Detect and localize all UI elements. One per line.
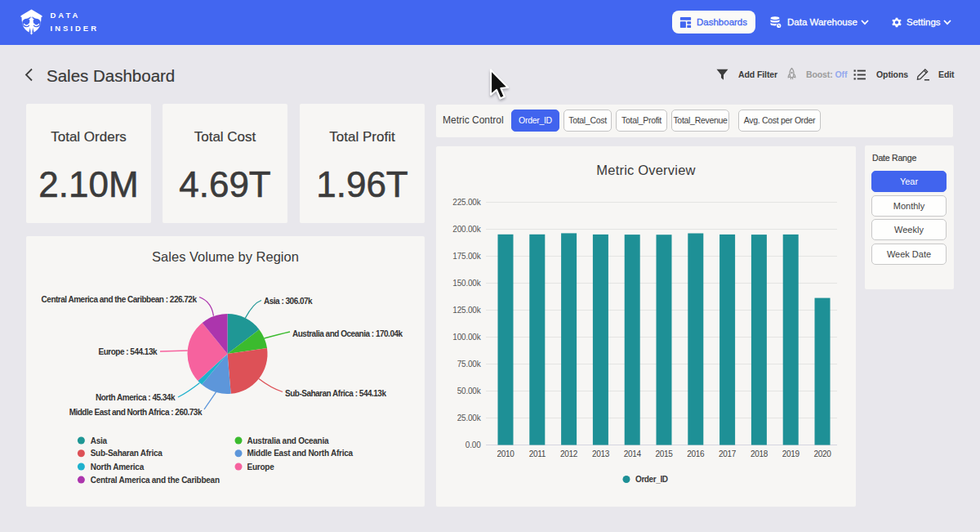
svg-text:Europe : 544.13k: Europe : 544.13k xyxy=(99,347,158,356)
svg-text:Sub-Saharan Africa: Sub-Saharan Africa xyxy=(91,449,163,458)
svg-text:Sales Volume by Region: Sales Volume by Region xyxy=(152,249,299,264)
svg-text:125.00k: 125.00k xyxy=(452,306,481,315)
svg-text:North America : 45.34k: North America : 45.34k xyxy=(96,393,176,402)
svg-text:200.00k: 200.00k xyxy=(452,225,481,234)
svg-text:Order_ID: Order_ID xyxy=(635,475,668,484)
svg-text:2014: 2014 xyxy=(624,449,642,458)
svg-text:North America: North America xyxy=(91,463,145,472)
svg-text:Middle East and North Africa: Middle East and North Africa xyxy=(247,449,354,458)
svg-text:2013: 2013 xyxy=(592,449,610,458)
svg-text:150.00k: 150.00k xyxy=(452,279,481,288)
svg-text:2018: 2018 xyxy=(751,449,768,458)
svg-text:2019: 2019 xyxy=(782,449,800,458)
svg-text:2011: 2011 xyxy=(529,449,546,458)
svg-text:Central America and the Caribb: Central America and the Caribbean : 226.… xyxy=(42,295,198,304)
svg-text:75.00k: 75.00k xyxy=(457,360,482,369)
svg-text:2012: 2012 xyxy=(560,449,578,458)
svg-text:Europe: Europe xyxy=(247,463,275,472)
svg-text:Australia and Oceania : 170.04: Australia and Oceania : 170.04k xyxy=(292,329,403,338)
svg-text:Asia: Asia xyxy=(91,436,108,445)
svg-text:225.00k: 225.00k xyxy=(452,198,481,207)
svg-text:Central America and the Caribb: Central America and the Caribbean xyxy=(91,476,220,485)
svg-text:2010: 2010 xyxy=(497,449,514,458)
svg-text:100.00k: 100.00k xyxy=(452,333,481,342)
svg-text:2017: 2017 xyxy=(719,449,737,458)
svg-text:2015: 2015 xyxy=(655,449,673,458)
svg-text:175.00k: 175.00k xyxy=(452,252,481,261)
svg-text:Middle East and North Africa :: Middle East and North Africa : 260.73k xyxy=(69,408,203,417)
svg-text:Asia : 306.07k: Asia : 306.07k xyxy=(264,297,313,306)
svg-text:2020: 2020 xyxy=(813,449,831,458)
svg-text:Sub-Saharan Africa : 544.13k: Sub-Saharan Africa : 544.13k xyxy=(285,389,386,398)
svg-text:Metric Overview: Metric Overview xyxy=(596,163,695,177)
svg-text:25.00k: 25.00k xyxy=(457,414,482,422)
svg-text:2016: 2016 xyxy=(687,449,705,458)
svg-text:50.00k: 50.00k xyxy=(457,387,482,396)
svg-text:0.00: 0.00 xyxy=(466,440,481,449)
svg-text:Australia and Oceania: Australia and Oceania xyxy=(247,436,329,445)
